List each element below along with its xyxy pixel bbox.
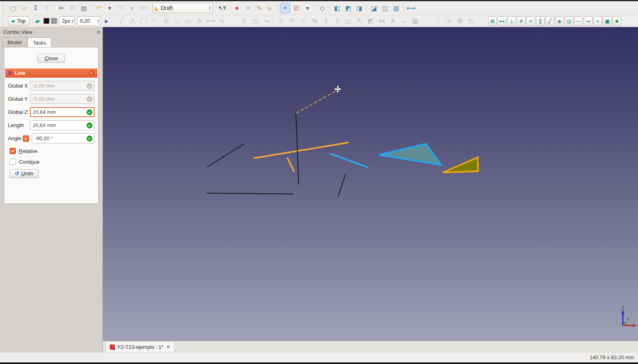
split-tool-icon[interactable]: ⋔ — [388, 16, 398, 26]
snap-special-icon[interactable]: ◈ — [555, 16, 564, 26]
array-tool-icon[interactable]: ▦ — [410, 16, 420, 26]
path-array-tool-icon[interactable]: ⋰ — [421, 16, 431, 26]
save-icon[interactable]: ↧ — [30, 3, 41, 13]
right-view-icon[interactable]: ◨ — [354, 3, 364, 13]
global-y-input[interactable] — [30, 94, 95, 104]
line-color-swatch[interactable] — [43, 18, 49, 24]
autogroup-icon[interactable]: ▰ — [32, 16, 43, 26]
preview-dashed-line[interactable] — [296, 91, 336, 113]
whats-this-icon[interactable]: ↖? — [217, 3, 227, 13]
paste-icon[interactable]: ▤ — [79, 3, 89, 13]
line-width-spinbox[interactable]: 2px ▴ ▾ — [59, 16, 75, 26]
snap-extension-icon[interactable]: ╱ — [545, 16, 554, 26]
blue-line[interactable] — [331, 154, 368, 167]
toolbar-grip[interactable] — [2, 4, 6, 12]
rotate-tool-icon[interactable]: ↻ — [287, 16, 297, 26]
global-scale-spinner[interactable]: ▴ ▾ — [97, 19, 99, 23]
dimension-tool-icon[interactable]: ⟷ — [205, 16, 216, 26]
polyline-tool-icon[interactable]: ⋀ — [127, 16, 138, 26]
close-task-button[interactable]: Close — [37, 54, 65, 63]
spin-down-icon[interactable]: ▾ — [97, 21, 99, 23]
text-tool-icon[interactable]: A — [194, 16, 205, 26]
save-as-icon[interactable]: ↥ — [41, 3, 52, 13]
line-tool-icon[interactable]: ╱ — [116, 16, 126, 26]
snap-near-icon[interactable]: ⊸ — [584, 16, 593, 26]
subelement-tool-icon[interactable]: ◩ — [365, 16, 376, 26]
downgrade-tool-icon[interactable]: ⇩ — [332, 16, 342, 26]
snap-ortho-icon[interactable]: + — [593, 16, 602, 26]
top-view-icon[interactable]: ◩ — [343, 3, 353, 13]
left-view-icon[interactable]: ▥ — [391, 3, 402, 13]
play-macro-icon[interactable]: ▶ — [265, 3, 276, 13]
undo-button[interactable]: ↺ Undo — [10, 169, 39, 178]
global-z-input[interactable] — [30, 107, 95, 117]
new-file-icon[interactable]: ▢ — [8, 3, 18, 13]
global-x-input[interactable] — [30, 81, 95, 91]
working-plane-button[interactable]: ▰ Top — [8, 16, 30, 26]
spin-down-icon[interactable]: ▾ — [72, 21, 73, 23]
angle-lock-checkbox[interactable]: ✔ — [23, 135, 29, 142]
collapse-section-icon[interactable]: « — [89, 70, 95, 76]
offset-tool-icon[interactable]: ⊂ — [298, 16, 309, 26]
facebinder-tool-icon[interactable]: ◳ — [250, 16, 260, 26]
edit-macro-icon[interactable]: ✎ — [254, 3, 264, 13]
move-tool-icon[interactable]: ⊹ — [276, 16, 286, 26]
stretch-tool-icon[interactable]: ↔ — [399, 16, 409, 26]
undo-menu-icon[interactable]: ▾ — [104, 3, 115, 13]
redo-icon[interactable]: ↷ — [116, 3, 126, 13]
draw-style-icon[interactable]: ∅ — [291, 3, 301, 13]
snap-dimensions-icon[interactable]: ⋯ — [574, 16, 583, 26]
stop-macro-icon[interactable]: ■ — [243, 3, 253, 13]
viewport-3d[interactable]: Z Y X — [103, 27, 638, 341]
grid-toggle-icon[interactable]: ■ — [612, 16, 621, 26]
relative-checkbox[interactable]: ✔ — [10, 148, 16, 154]
rectangle-tool-icon[interactable]: ▭ — [183, 16, 193, 26]
snap-center-icon[interactable]: ◎ — [565, 16, 573, 26]
open-file-icon[interactable]: ▱ — [19, 3, 30, 13]
tab-tasks[interactable]: Tasks — [28, 37, 51, 47]
clone-tool-icon[interactable]: ⊞ — [455, 16, 465, 26]
orange-line-short[interactable] — [287, 158, 294, 171]
edit-tool-icon[interactable]: ✎ — [354, 16, 364, 26]
shape2dview-tool-icon[interactable]: ◰ — [466, 16, 476, 26]
undo-icon[interactable]: ↶ — [93, 3, 104, 13]
spin-down-icon[interactable]: ▾ — [209, 8, 211, 10]
workbench-spinner[interactable]: ▴ ▾ — [209, 6, 211, 10]
continue-checkbox[interactable] — [10, 159, 16, 165]
black-line-1[interactable] — [207, 144, 244, 167]
upgrade-tool-icon[interactable]: ⇧ — [321, 16, 331, 26]
face-color-swatch[interactable] — [51, 18, 57, 24]
workbench-selector[interactable]: ◣ Draft ▴ ▾ — [152, 3, 213, 13]
black-line-2[interactable] — [207, 193, 293, 194]
snap-parallel-icon[interactable]: ∥ — [536, 16, 545, 26]
snap-working-plane-icon[interactable]: ▣ — [603, 16, 612, 26]
blue-triangle[interactable] — [379, 144, 441, 165]
draw-style-menu-icon[interactable]: ▾ — [302, 3, 313, 13]
copy-icon[interactable]: ⧉ — [67, 3, 78, 13]
bspline-tool-icon[interactable]: ∿ — [217, 16, 227, 26]
cut-icon[interactable]: ✂ — [56, 3, 67, 13]
global-scale-spinbox[interactable]: 0,20 ▴ ▾ — [77, 16, 100, 26]
bottom-view-icon[interactable]: ◫ — [380, 3, 390, 13]
close-document-icon[interactable]: ✕ — [166, 344, 170, 350]
ellipse-tool-icon[interactable]: ⊜ — [161, 16, 171, 26]
redo-menu-icon[interactable]: ▾ — [127, 3, 137, 13]
shapestring-tool-icon[interactable]: S — [239, 16, 249, 26]
length-input[interactable] — [30, 120, 95, 130]
point-array-tool-icon[interactable]: ∴ — [432, 16, 443, 26]
angle-input[interactable] — [32, 133, 95, 143]
document-tab[interactable]: ⚙ F2-T23-ejemplo : 1* ✕ — [105, 341, 175, 352]
apply-style-icon[interactable]: ▶ — [101, 16, 112, 26]
point-tool-icon[interactable]: ∙ — [228, 16, 238, 26]
circle-tool-icon[interactable]: ◯ — [138, 16, 149, 26]
bezier-tool-icon[interactable]: ↝ — [261, 16, 272, 26]
snap-lock-icon[interactable]: ⋒ — [488, 16, 497, 26]
rear-view-icon[interactable]: ◪ — [369, 3, 379, 13]
task-section-header[interactable]: ⧉ Line « — [5, 68, 97, 78]
float-panel-icon[interactable]: ⧉ — [97, 29, 100, 35]
axonometric-view-icon[interactable]: ◇ — [317, 3, 327, 13]
record-macro-icon[interactable]: ● — [232, 3, 242, 13]
olive-triangle[interactable] — [443, 157, 478, 172]
black-line-3[interactable] — [338, 174, 345, 196]
snap-endpoint-icon[interactable]: ⊷ — [498, 16, 506, 26]
